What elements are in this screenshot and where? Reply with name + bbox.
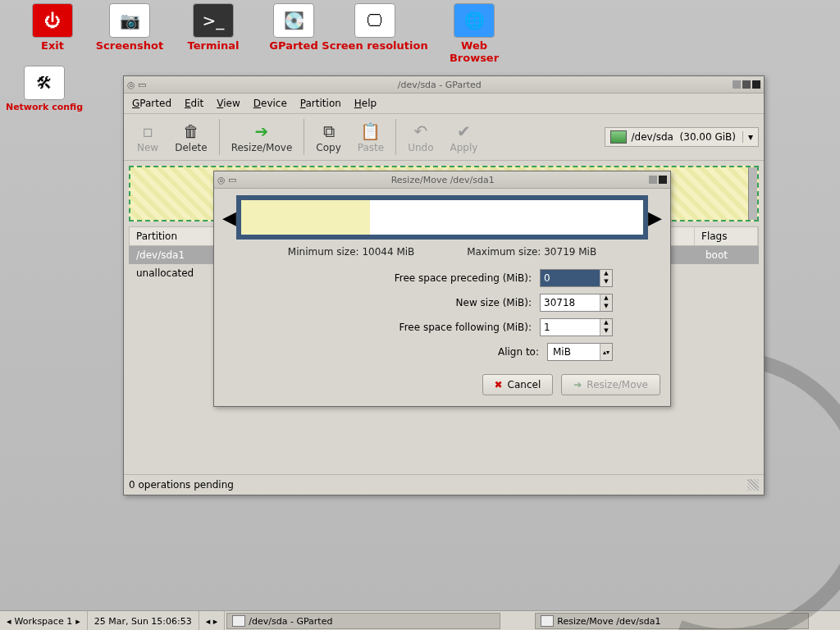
- slider-track[interactable]: [236, 195, 648, 240]
- dialog-title: Resize/Move /dev/sda1: [237, 175, 650, 185]
- resize-icon: ➔: [251, 121, 272, 142]
- window-icon: ◎ ▭: [127, 80, 147, 90]
- toolbar: ▫New 🗑Delete ➔Resize/Move ⧉Copy 📋Paste ↶…: [124, 114, 764, 161]
- size-limits: Minimum size: 10044 MiB Maximum size: 30…: [214, 246, 670, 258]
- resize-dialog: ◎ ▭ Resize/Move /dev/sda1 ◀ ▶ Minimum si…: [213, 171, 671, 407]
- undo-icon: ↶: [410, 121, 431, 142]
- paste-button: 📋Paste: [349, 119, 392, 155]
- preceding-label: Free space preceding (MiB):: [395, 272, 532, 284]
- maximize-icon[interactable]: [742, 80, 751, 89]
- copy-button[interactable]: ⧉Copy: [308, 119, 349, 155]
- updown-icon[interactable]: ▴▾: [600, 344, 612, 360]
- clock[interactable]: 25 Mar, Sun 15:06:53: [88, 611, 199, 630]
- window-title: /dev/sda - GParted: [147, 80, 733, 90]
- x-icon: ✖: [495, 379, 503, 390]
- menubar: GParted Edit View Device Partition Help: [124, 94, 764, 114]
- spin-up-icon[interactable]: ▲: [600, 294, 612, 303]
- following-label: Free space following (MiB):: [399, 322, 532, 333]
- newsize-input[interactable]: ▲▼: [540, 294, 613, 312]
- desktop-icon-browser[interactable]: 🌐Web Browser: [436, 3, 512, 64]
- disk-icon: 💽: [273, 3, 314, 38]
- menu-help[interactable]: Help: [354, 98, 377, 109]
- following-input[interactable]: ▲▼: [540, 318, 613, 336]
- minimize-icon[interactable]: [733, 80, 741, 89]
- new-button: ▫New: [129, 119, 167, 155]
- desktop-icon-screenres[interactable]: 🖵Screen resolution: [322, 3, 428, 52]
- desktop-icon-terminal[interactable]: >_Terminal: [176, 3, 251, 52]
- resize-icon: ➔: [573, 379, 582, 390]
- power-icon: ⏻: [32, 3, 73, 38]
- dialog-titlebar[interactable]: ◎ ▭ Resize/Move /dev/sda1: [214, 171, 670, 189]
- menu-device[interactable]: Device: [253, 98, 287, 109]
- preceding-input[interactable]: ▲▼: [540, 269, 613, 287]
- app-icon: [541, 615, 554, 627]
- device-selector[interactable]: /dev/sda (30.00 GiB) ▾: [605, 127, 760, 147]
- desktop-icon-gparted[interactable]: 💽GParted: [256, 3, 331, 52]
- newsize-label: New size (MiB):: [456, 297, 532, 308]
- resize-move-confirm-button: ➔Resize/Move: [561, 374, 660, 395]
- resize-move-button[interactable]: ➔Resize/Move: [223, 119, 301, 155]
- gparted-titlebar[interactable]: ◎ ▭ /dev/sda - GParted: [124, 76, 764, 94]
- undo-button: ↶Undo: [399, 119, 441, 155]
- partition-slider: ◀ ▶: [222, 200, 662, 235]
- spin-up-icon[interactable]: ▲: [600, 270, 612, 278]
- camera-icon: 📷: [109, 3, 150, 38]
- align-combo[interactable]: MiB▴▾: [547, 343, 613, 361]
- paste-icon: 📋: [360, 121, 381, 142]
- col-flags[interactable]: Flags: [695, 227, 758, 245]
- globe-icon: 🌐: [454, 3, 495, 38]
- pager[interactable]: ◂ ▸: [199, 611, 226, 630]
- file-icon: ▫: [137, 121, 158, 142]
- align-label: Align to:: [498, 346, 539, 358]
- spin-down-icon[interactable]: ▼: [600, 327, 612, 336]
- menu-edit[interactable]: Edit: [185, 98, 203, 109]
- slider-used: [241, 200, 370, 235]
- check-icon: ✔: [453, 121, 474, 142]
- minimize-icon[interactable]: [649, 176, 657, 184]
- resize-grip-icon[interactable]: [747, 479, 759, 491]
- status-bar: 0 operations pending: [124, 474, 764, 495]
- workspace-switcher[interactable]: ◂Workspace 1▸: [0, 611, 88, 630]
- taskbar-item-gparted[interactable]: /dev/sda - GParted: [226, 613, 500, 629]
- hdd-icon: [610, 130, 627, 144]
- slider-handle-left[interactable]: ◀: [222, 208, 236, 228]
- desktop-icon-screenshot[interactable]: 📷Screenshot: [92, 3, 167, 52]
- col-partition[interactable]: Partition: [130, 227, 217, 245]
- close-icon[interactable]: [752, 80, 760, 89]
- terminal-icon: >_: [193, 3, 234, 38]
- delete-button[interactable]: 🗑Delete: [167, 119, 215, 155]
- spin-down-icon[interactable]: ▼: [600, 278, 612, 286]
- copy-icon: ⧉: [318, 121, 340, 142]
- apply-button: ✔Apply: [442, 119, 486, 155]
- menu-gparted[interactable]: GParted: [132, 98, 171, 109]
- menu-partition[interactable]: Partition: [300, 98, 341, 109]
- spin-up-icon[interactable]: ▲: [600, 319, 612, 327]
- close-icon[interactable]: [659, 176, 667, 184]
- window-icon: ◎ ▭: [217, 175, 237, 185]
- menu-view[interactable]: View: [217, 98, 240, 109]
- chevron-down-icon[interactable]: ▾: [742, 131, 753, 143]
- monitor-icon: 🖵: [354, 3, 395, 38]
- spin-down-icon[interactable]: ▼: [600, 303, 612, 311]
- desktop-icon-exit[interactable]: ⏻Exit: [15, 3, 90, 52]
- slider-handle-right[interactable]: ▶: [648, 208, 662, 228]
- cancel-button[interactable]: ✖Cancel: [482, 374, 554, 395]
- tools-icon: 🛠: [24, 66, 65, 100]
- app-icon: [232, 615, 245, 627]
- desktop-icon-network[interactable]: 🛠Network config: [3, 66, 85, 112]
- trash-icon: 🗑: [180, 121, 202, 142]
